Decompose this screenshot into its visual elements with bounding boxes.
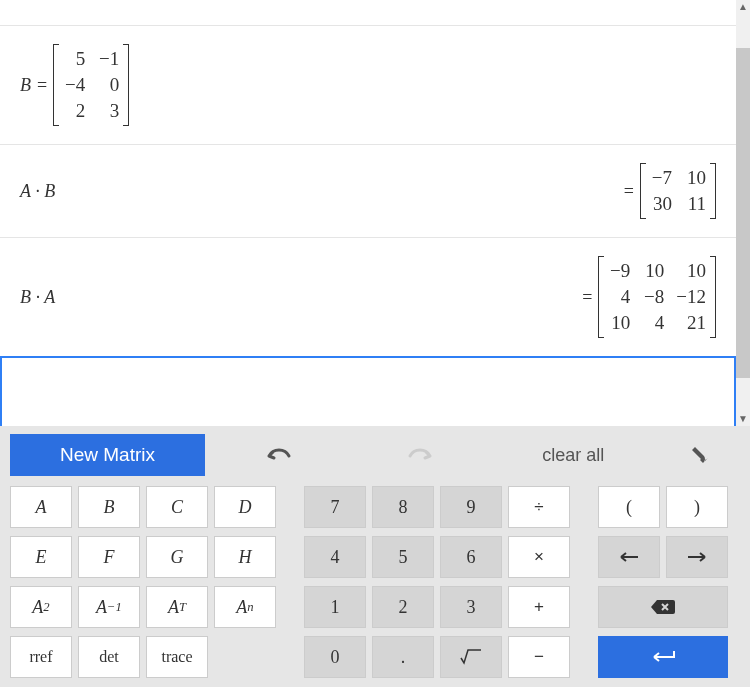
key-9[interactable]: 9 (440, 486, 502, 528)
new-matrix-button[interactable]: New Matrix (10, 434, 205, 476)
wrench-icon (689, 444, 711, 466)
key-rref[interactable]: rref (10, 636, 72, 678)
key-4[interactable]: 4 (304, 536, 366, 578)
right-keys-group: ( ) (598, 486, 728, 680)
active-input-row[interactable] (0, 356, 736, 426)
expression-row-a-dot-b[interactable]: A · B = −710 3011 (0, 145, 736, 238)
expression-list: . B = 5−1 −40 23 A · B = (0, 0, 750, 426)
expression-text: A · B (20, 181, 55, 202)
expression-row-b-dot-a[interactable]: B · A = −91010 4−8−12 10421 (0, 238, 736, 357)
key-decimal[interactable]: . (372, 636, 434, 678)
result-matrix-ba: −91010 4−8−12 10421 (598, 256, 716, 338)
key-c[interactable]: C (146, 486, 208, 528)
expression-row-b-definition[interactable]: B = 5−1 −40 23 (0, 26, 736, 145)
key-a-squared[interactable]: A2 (10, 586, 72, 628)
variable-b: B (20, 75, 31, 96)
key-backspace[interactable] (598, 586, 728, 628)
letter-keys-group: A B C D E F G H A2 A−1 AT An rref det tr… (10, 486, 276, 680)
undo-button[interactable] (213, 434, 345, 476)
key-f[interactable]: F (78, 536, 140, 578)
key-enter[interactable] (598, 636, 728, 678)
equals-sign: = (582, 287, 592, 308)
key-g[interactable]: G (146, 536, 208, 578)
redo-button[interactable] (353, 434, 485, 476)
key-multiply[interactable]: × (508, 536, 570, 578)
key-a-inverse[interactable]: A−1 (78, 586, 140, 628)
scroll-up-icon[interactable]: ▲ (736, 0, 750, 14)
sqrt-icon (459, 648, 483, 666)
key-e[interactable]: E (10, 536, 72, 578)
arrow-left-icon (618, 551, 640, 563)
key-2[interactable]: 2 (372, 586, 434, 628)
result-matrix-ab: −710 3011 (640, 163, 716, 219)
key-6[interactable]: 6 (440, 536, 502, 578)
key-trace[interactable]: trace (146, 636, 208, 678)
enter-icon (648, 649, 678, 665)
key-paren-close[interactable]: ) (666, 486, 728, 528)
arrow-right-icon (686, 551, 708, 563)
key-cursor-left[interactable] (598, 536, 660, 578)
number-keys-group: 7 8 9 ÷ 4 5 6 × 1 2 3 + 0 . − (304, 486, 570, 680)
key-8[interactable]: 8 (372, 486, 434, 528)
key-b[interactable]: B (78, 486, 140, 528)
key-a-power-n[interactable]: An (214, 586, 276, 628)
undo-icon (265, 446, 293, 464)
key-divide[interactable]: ÷ (508, 486, 570, 528)
key-a-transpose[interactable]: AT (146, 586, 208, 628)
key-plus[interactable]: + (508, 586, 570, 628)
key-det[interactable]: det (78, 636, 140, 678)
key-sqrt[interactable] (440, 636, 502, 678)
key-3[interactable]: 3 (440, 586, 502, 628)
key-5[interactable]: 5 (372, 536, 434, 578)
redo-icon (406, 446, 434, 464)
key-paren-open[interactable]: ( (598, 486, 660, 528)
backspace-icon (649, 598, 677, 616)
scrollbar-track[interactable]: ▲ ▼ (736, 0, 750, 426)
keypad: New Matrix clear all A B C D E F G H A2 … (0, 426, 750, 687)
key-h[interactable]: H (214, 536, 276, 578)
key-1[interactable]: 1 (304, 586, 366, 628)
clear-all-button[interactable]: clear all (494, 445, 653, 466)
key-7[interactable]: 7 (304, 486, 366, 528)
key-0[interactable]: 0 (304, 636, 366, 678)
expression-text: B · A (20, 287, 55, 308)
key-a[interactable]: A (10, 486, 72, 528)
key-minus[interactable]: − (508, 636, 570, 678)
settings-button[interactable] (661, 434, 740, 476)
equals-sign: = (37, 75, 47, 96)
key-d[interactable]: D (214, 486, 276, 528)
expression-row[interactable]: . (0, 0, 736, 26)
scroll-down-icon[interactable]: ▼ (736, 412, 750, 426)
matrix-b: 5−1 −40 23 (53, 44, 129, 126)
scrollbar-thumb[interactable] (736, 48, 750, 378)
key-cursor-right[interactable] (666, 536, 728, 578)
equals-sign: = (624, 181, 634, 202)
